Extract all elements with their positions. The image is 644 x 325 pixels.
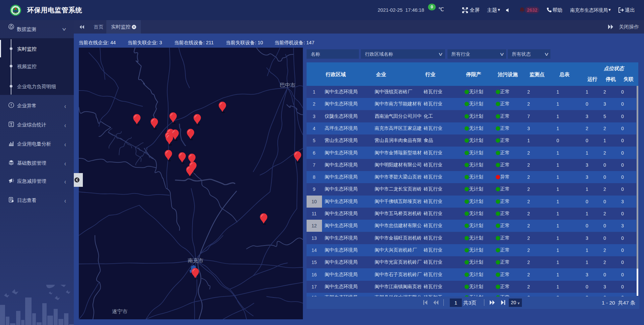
svg-text:南充市: 南充市: [188, 258, 204, 263]
svg-text:巴中市: 巴中市: [280, 82, 296, 88]
svg-text:遂宁市: 遂宁市: [112, 309, 128, 314]
